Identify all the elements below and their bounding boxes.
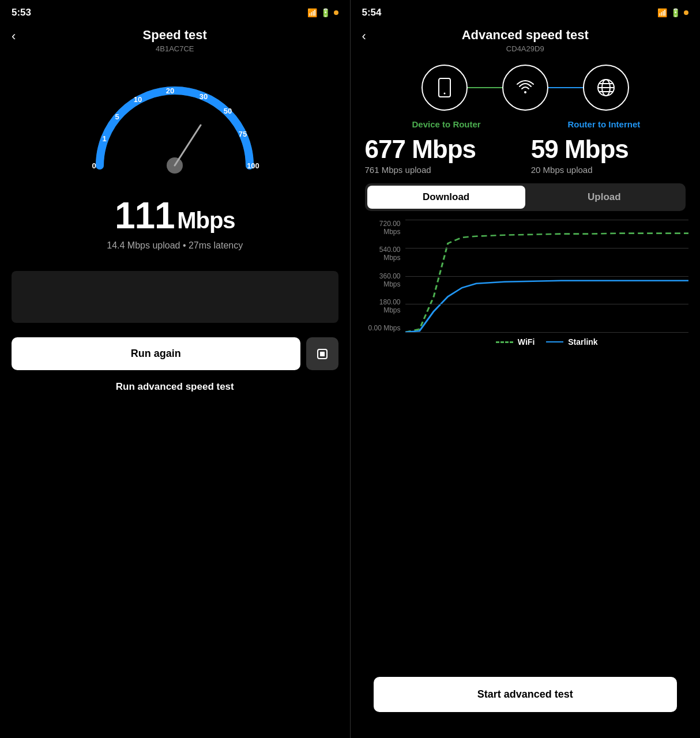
y-label-0: 0.00 Mbps (362, 324, 405, 332)
device-speed-column: 677 Mbps 761 Mbps upload (365, 135, 520, 175)
svg-text:0: 0 (92, 161, 96, 170)
phone-icon (433, 76, 456, 99)
svg-text:20: 20 (166, 86, 174, 95)
y-label-540: 540.00 Mbps (362, 246, 405, 262)
svg-text:1: 1 (103, 134, 107, 143)
ad-placeholder (12, 271, 338, 323)
device-download-speed: 677 Mbps (365, 135, 520, 164)
left-screen-subtitle: 4B1AC7CE (156, 44, 194, 53)
globe-icon (594, 76, 618, 99)
wifi-node-icon (514, 76, 537, 99)
back-button-right[interactable]: ‹ (362, 29, 366, 44)
left-status-icons: 📶 🔋 (307, 8, 338, 17)
download-toggle-button[interactable]: Download (367, 186, 525, 209)
speed-details: 14.4 Mbps upload • 27ms latency (0, 240, 350, 251)
connection-labels: Device to Router Router to Internet (351, 116, 701, 132)
chart-area (405, 220, 689, 332)
device-to-router-label: Device to Router (368, 119, 525, 129)
wifi-icon: 📶 (307, 8, 317, 17)
svg-text:10: 10 (134, 95, 142, 104)
run-again-row: Run again (12, 337, 338, 370)
battery-icon: 🔋 (321, 8, 330, 17)
grid-line-2 (405, 276, 689, 277)
starlink-legend-label: Starlink (568, 337, 597, 347)
right-wifi-icon: 📶 (657, 8, 667, 17)
speed-chart: 720.00 Mbps 540.00 Mbps 360.00 Mbps 180.… (362, 220, 689, 347)
speed-display: 111 Mbps 14.4 Mbps upload • 27ms latency (0, 189, 350, 254)
phone-node (421, 65, 468, 111)
grid-line-3 (405, 304, 689, 304)
left-status-bar: 5:53 📶 🔋 (0, 0, 350, 22)
left-screen-title: Speed test (143, 28, 207, 43)
right-time: 5:54 (362, 7, 382, 18)
grid-line-bottom (405, 332, 689, 333)
run-advanced-button[interactable]: Run advanced speed test (12, 378, 338, 396)
svg-text:100: 100 (247, 161, 259, 170)
right-screen-title: Advanced speed test (462, 28, 589, 43)
right-header: ‹ Advanced speed test CD4A29D9 (351, 22, 701, 56)
speedometer-svg: 0 1 5 10 20 30 50 75 100 (82, 67, 267, 183)
wifi-legend-item: WiFi (496, 337, 535, 347)
svg-text:5: 5 (115, 112, 119, 121)
bottom-start-section: Start advanced test (362, 677, 689, 726)
upload-toggle-button[interactable]: Upload (525, 186, 683, 209)
network-diagram (351, 56, 701, 116)
router-upload-speed: 20 Mbps upload (531, 165, 686, 175)
grid-line-1 (405, 248, 689, 248)
y-label-360: 360.00 Mbps (362, 272, 405, 288)
speedometer-container: 0 1 5 10 20 30 50 75 100 (0, 56, 350, 189)
status-dot-orange (334, 10, 338, 15)
router-speed-column: 59 Mbps 20 Mbps upload (531, 135, 686, 175)
svg-text:30: 30 (200, 92, 208, 101)
left-header: ‹ Speed test 4B1AC7CE (0, 22, 350, 56)
chart-y-labels: 720.00 Mbps 540.00 Mbps 360.00 Mbps 180.… (362, 220, 405, 332)
speed-value-display: 111 Mbps (0, 194, 350, 237)
run-again-button[interactable]: Run again (12, 337, 300, 370)
right-status-icons: 📶 🔋 (657, 8, 688, 17)
device-upload-speed: 761 Mbps upload (365, 165, 520, 175)
wifi-legend-label: WiFi (518, 337, 535, 347)
svg-rect-12 (320, 352, 325, 356)
right-status-bar: 5:54 📶 🔋 (351, 0, 701, 22)
download-upload-toggle: Download Upload (365, 183, 686, 211)
starlink-legend-line (546, 341, 563, 342)
grid-line-top (405, 220, 689, 220)
internet-node (583, 65, 629, 111)
speed-number: 111 (115, 195, 175, 236)
router-download-speed: 59 Mbps (531, 135, 686, 164)
router-node (502, 65, 548, 111)
record-button[interactable] (306, 337, 338, 370)
record-icon (316, 348, 329, 360)
speeds-row: 677 Mbps 761 Mbps upload 59 Mbps 20 Mbps… (351, 132, 701, 180)
svg-point-15 (524, 91, 526, 93)
right-status-dot (684, 10, 688, 15)
svg-text:50: 50 (224, 107, 232, 115)
svg-line-10 (175, 125, 201, 165)
chart-legend: WiFi Starlink (405, 337, 689, 347)
router-internet-line (548, 87, 583, 89)
starlink-legend-item: Starlink (546, 337, 597, 347)
right-screen-subtitle: CD4A29D9 (506, 44, 544, 53)
y-label-180: 180.00 Mbps (362, 298, 405, 314)
right-phone-screen: 5:54 📶 🔋 ‹ Advanced speed test CD4A29D9 (351, 0, 701, 738)
wifi-legend-line (496, 341, 513, 343)
speed-unit: Mbps (177, 208, 235, 233)
device-router-line (468, 87, 502, 89)
router-to-internet-label: Router to Internet (525, 119, 683, 129)
bottom-actions-left: Run again Run advanced speed test (0, 332, 350, 407)
back-button-left[interactable]: ‹ (12, 29, 16, 44)
left-time: 5:53 (12, 7, 31, 18)
right-battery-icon: 🔋 (671, 8, 680, 17)
y-label-720: 720.00 Mbps (362, 220, 405, 236)
start-advanced-button[interactable]: Start advanced test (374, 677, 678, 712)
left-phone-screen: 5:53 📶 🔋 ‹ Speed test 4B1AC7CE 0 1 (0, 0, 351, 738)
svg-text:75: 75 (239, 130, 247, 138)
